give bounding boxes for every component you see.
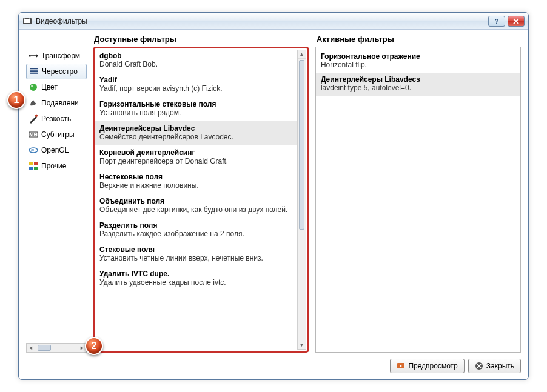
svg-rect-7	[30, 73, 38, 74]
sharpness-icon	[29, 114, 38, 124]
filter-item[interactable]: Корневой деинтерлейсингПорт деинтерлейсе…	[95, 145, 297, 170]
filter-item[interactable]: YadifYadif, порт версии avisynth (c) Fiz…	[95, 73, 297, 97]
active-filter-list[interactable]: Горизонтальное отражениеHorizontal flip.…	[316, 47, 520, 98]
filter-item[interactable]: Нестековые поляВерхние и нижние половины…	[95, 170, 297, 194]
available-header: Доступные фильтры	[93, 35, 309, 47]
svg-point-3	[29, 18, 30, 19]
filter-item[interactable]: Удалить IVTC dupe.Удалить удвоенные кадр…	[95, 267, 297, 291]
available-filters-panel: Доступные фильтры dgbobDonald Graft Bob.…	[93, 35, 309, 353]
svg-point-8	[30, 84, 37, 91]
svg-text:GL: GL	[31, 148, 35, 152]
transform-icon	[29, 51, 38, 61]
category-list: Трансформ Чересстро Цвет Подавлени	[26, 35, 87, 341]
sidebar-item-label: Подавлени	[41, 99, 79, 107]
close-button[interactable]	[508, 16, 525, 27]
active-filter-item[interactable]: Горизонтальное отражениеHorizontal flip.	[316, 50, 520, 73]
noise-icon	[29, 98, 38, 108]
content-area: Трансформ Чересстро Цвет Подавлени	[19, 30, 528, 379]
svg-point-2	[24, 18, 25, 19]
filter-item[interactable]: Объединить поляОбъединяет две картинки, …	[95, 194, 297, 218]
other-icon	[29, 161, 38, 171]
preview-icon	[397, 362, 405, 370]
available-filter-list[interactable]: dgbobDonald Graft Bob. YadifYadif, порт …	[95, 48, 297, 351]
available-scrollbar[interactable]: ▲ ▼	[297, 50, 306, 350]
subtitles-icon: ABC	[29, 130, 38, 139]
svg-rect-4	[30, 68, 38, 69]
active-filter-item[interactable]: Деинтерлейсеры Libavdecslavdeint type 5,…	[316, 73, 520, 96]
window-controls: ?	[488, 16, 525, 27]
svg-rect-16	[34, 162, 38, 165]
annotation-badge-1: 1	[7, 91, 25, 109]
sidebar-item-label: Субтитры	[41, 130, 75, 139]
filter-item[interactable]: Разделить поляРазделить каждое изображен…	[95, 218, 297, 242]
svg-rect-5	[30, 70, 38, 71]
filter-item[interactable]: Деинтерлейсеры LibavdecСемейство деинтер…	[95, 121, 297, 145]
sidebar-item-label: OpenGL	[41, 146, 69, 154]
sidebar-item-color[interactable]: Цвет	[26, 79, 87, 95]
sidebar-item-transform[interactable]: Трансформ	[26, 48, 87, 64]
sidebar-item-subtitles[interactable]: ABC Субтитры	[26, 127, 87, 142]
sidebar-item-noise[interactable]: Подавлени	[26, 95, 87, 111]
svg-rect-6	[30, 71, 38, 72]
sidebar-item-label: Резкость	[41, 115, 71, 123]
filter-item[interactable]: Горизонтальные стековые поляУстановить п…	[95, 97, 297, 121]
opengl-icon: GL	[29, 145, 38, 155]
available-list-box: dgbobDonald Graft Bob. YadifYadif, порт …	[93, 47, 309, 353]
columns: Трансформ Чересстро Цвет Подавлени	[26, 35, 521, 353]
svg-rect-1	[24, 19, 30, 23]
interlace-icon	[29, 67, 39, 76]
filter-item[interactable]: dgbobDonald Graft Bob.	[95, 48, 297, 73]
sidebar-item-label: Прочие	[41, 162, 66, 170]
active-list-box: Горизонтальное отражениеHorizontal flip.…	[315, 47, 521, 353]
sidebar-item-label: Трансформ	[41, 51, 80, 60]
bottom-button-bar: Предпросмотр Закрыть	[26, 353, 521, 373]
svg-text:ABC: ABC	[30, 133, 37, 136]
close-label: Закрыть	[486, 362, 514, 370]
preview-button[interactable]: Предпросмотр	[390, 359, 464, 373]
svg-rect-18	[34, 167, 38, 170]
sidebar-item-other[interactable]: Прочие	[26, 158, 87, 174]
scroll-left-icon[interactable]: ◄	[27, 344, 35, 352]
active-header: Активные фильтры	[315, 35, 521, 47]
sidebar-item-label: Цвет	[41, 83, 58, 91]
window-title: Видеофильтры	[36, 17, 488, 25]
scroll-up-icon[interactable]: ▲	[298, 50, 306, 59]
scroll-down-icon[interactable]: ▼	[298, 341, 306, 349]
sidebar-item-opengl[interactable]: GL OpenGL	[26, 142, 87, 158]
category-sidebar: Трансформ Чересстро Цвет Подавлени	[26, 35, 87, 353]
preview-label: Предпросмотр	[408, 362, 457, 370]
scroll-thumb[interactable]	[38, 345, 51, 351]
color-icon	[29, 82, 38, 92]
close-dialog-button[interactable]: Закрыть	[468, 359, 521, 373]
help-button[interactable]: ?	[488, 16, 505, 27]
svg-rect-17	[29, 167, 33, 170]
close-icon	[475, 362, 483, 370]
sidebar-item-sharpness[interactable]: Резкость	[26, 111, 87, 127]
svg-point-9	[31, 85, 33, 87]
active-filters-panel: Активные фильтры Горизонтальное отражени…	[315, 35, 521, 353]
sidebar-scrollbar[interactable]: ◄ ►	[26, 343, 87, 353]
titlebar: Видеофильтры ?	[19, 13, 528, 30]
svg-rect-15	[29, 162, 33, 165]
scroll-thumb[interactable]	[299, 60, 304, 230]
sidebar-item-interlace[interactable]: Чересстро	[26, 64, 87, 79]
dialog-window: Видеофильтры ? Трансформ Чересстро	[18, 12, 529, 380]
annotation-badge-2: 2	[85, 337, 103, 355]
filter-item[interactable]: Стековые поляУстановить четные линии вве…	[95, 242, 297, 267]
app-icon	[22, 16, 32, 26]
sidebar-item-label: Чересстро	[42, 67, 78, 76]
